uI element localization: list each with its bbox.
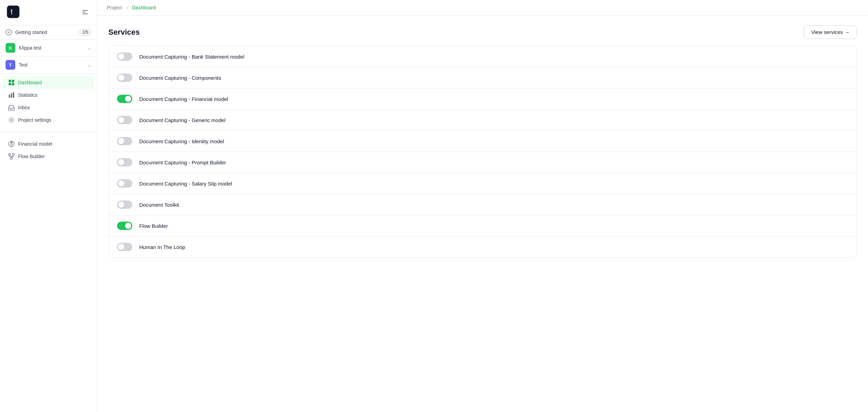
sidebar-toggle-button[interactable] <box>80 7 90 18</box>
svg-point-13 <box>11 119 12 121</box>
content-header: Services View services → <box>108 25 857 39</box>
service-row: Document Capturing - Components <box>109 67 857 88</box>
org-item-klippa[interactable]: K Klippa test ⌄ <box>0 40 97 57</box>
service-toggle[interactable] <box>117 179 132 188</box>
getting-started-left: Getting started <box>6 29 47 35</box>
org-item-test[interactable]: T Test ⌄ <box>0 57 97 74</box>
svg-rect-6 <box>9 80 11 82</box>
service-name: Flow Builder <box>139 223 168 229</box>
svg-rect-11 <box>11 93 12 98</box>
service-name: Document Capturing - Components <box>139 75 221 81</box>
org-avatar-test: T <box>6 60 15 70</box>
settings-icon <box>8 117 15 123</box>
sidebar-item-statistics[interactable]: Statistics <box>3 89 94 101</box>
service-name: Document Capturing - Identity model <box>139 138 224 144</box>
svg-rect-8 <box>9 83 11 85</box>
org-name-klippa: Klippa test <box>19 45 41 51</box>
secondary-nav-section: Financial model Flow Builder <box>0 135 97 165</box>
services-list: Document Capturing - Bank Statement mode… <box>108 46 857 258</box>
service-toggle[interactable] <box>117 52 132 61</box>
service-name: Document Capturing - Salary Slip model <box>139 181 232 187</box>
service-name: Document Capturing - Generic model <box>139 117 225 123</box>
service-name: Human In The Loop <box>139 244 185 250</box>
sidebar-item-label-dashboard: Dashboard <box>18 80 42 85</box>
topbar: Project › Dashboard <box>97 0 868 16</box>
svg-rect-10 <box>9 95 10 98</box>
service-toggle[interactable] <box>117 158 132 166</box>
service-toggle[interactable] <box>117 116 132 124</box>
svg-rect-16 <box>12 154 14 155</box>
sidebar-item-label-statistics: Statistics <box>18 92 37 98</box>
nav-section: Dashboard Statistics Inbox Proje <box>0 74 97 129</box>
getting-started-bar[interactable]: Getting started 2/5 <box>0 25 97 40</box>
sidebar-item-label-inbox: Inbox <box>18 105 30 110</box>
breadcrumb-separator: › <box>126 5 128 10</box>
svg-rect-17 <box>11 157 12 159</box>
flow-icon <box>8 153 15 160</box>
svg-rect-4 <box>82 14 88 14</box>
grid-icon <box>8 79 15 86</box>
bar-chart-icon <box>8 92 15 98</box>
view-services-button[interactable]: View services → <box>804 25 857 39</box>
svg-rect-9 <box>12 83 14 85</box>
sidebar-item-inbox[interactable]: Inbox <box>3 101 94 114</box>
svg-rect-3 <box>82 12 86 12</box>
service-name: Document Capturing - Bank Statement mode… <box>139 54 244 60</box>
sidebar-header: ! <box>0 0 97 25</box>
sidebar-divider <box>0 132 97 132</box>
app-logo[interactable]: ! <box>7 6 19 19</box>
sidebar-item-label-project-settings: Project settings <box>18 117 51 123</box>
breadcrumb-parent: Project <box>107 5 122 10</box>
sidebar-item-dashboard[interactable]: Dashboard <box>3 76 94 89</box>
service-toggle[interactable] <box>117 222 132 230</box>
svg-rect-12 <box>13 92 14 98</box>
sidebar-item-flow-builder[interactable]: Flow Builder <box>3 150 94 163</box>
rocket-icon <box>6 29 12 35</box>
org-name-test: Test <box>19 62 28 68</box>
dollar-circle-icon <box>8 141 15 147</box>
main-content: Project › Dashboard Services View servic… <box>97 0 868 412</box>
content-area: Services View services → Document Captur… <box>97 16 868 412</box>
service-name: Document Toolkit <box>139 202 179 208</box>
svg-rect-0 <box>7 6 19 18</box>
org-avatar-klippa: K <box>6 43 15 53</box>
service-toggle[interactable] <box>117 95 132 103</box>
service-row: Document Capturing - Generic model <box>109 110 857 131</box>
sidebar: ! Getting started 2/5 K Klippa test ⌄ <box>0 0 97 412</box>
service-row: Human In The Loop <box>109 237 857 257</box>
svg-rect-15 <box>9 154 10 155</box>
chevron-down-icon: ⌄ <box>87 45 91 51</box>
svg-text:!: ! <box>10 8 13 16</box>
breadcrumb-current: Dashboard <box>132 5 156 10</box>
service-row: Document Toolkit <box>109 194 857 215</box>
service-toggle[interactable] <box>117 74 132 82</box>
service-row: Document Capturing - Salary Slip model <box>109 173 857 194</box>
service-toggle[interactable] <box>117 200 132 209</box>
getting-started-badge: 2/5 <box>79 29 91 36</box>
sidebar-item-project-settings[interactable]: Project settings <box>3 114 94 126</box>
sidebar-item-financial-model[interactable]: Financial model <box>3 138 94 150</box>
chevron-down-icon-test: ⌄ <box>87 62 91 68</box>
service-toggle[interactable] <box>117 243 132 251</box>
sidebar-item-label-financial-model: Financial model <box>18 141 52 147</box>
service-name: Document Capturing - Financial model <box>139 96 228 102</box>
service-row: Document Capturing - Bank Statement mode… <box>109 46 857 67</box>
getting-started-label: Getting started <box>15 29 47 35</box>
service-row: Document Capturing - Identity model <box>109 131 857 152</box>
service-row: Flow Builder <box>109 215 857 237</box>
sidebar-item-label-flow-builder: Flow Builder <box>18 154 45 159</box>
service-toggle[interactable] <box>117 137 132 145</box>
service-row: Document Capturing - Financial model <box>109 88 857 110</box>
svg-rect-7 <box>12 80 14 82</box>
service-row: Document Capturing - Prompt Builder <box>109 152 857 173</box>
services-title: Services <box>108 28 140 37</box>
inbox-icon <box>8 104 15 111</box>
service-name: Document Capturing - Prompt Builder <box>139 160 226 165</box>
svg-rect-2 <box>82 10 88 11</box>
